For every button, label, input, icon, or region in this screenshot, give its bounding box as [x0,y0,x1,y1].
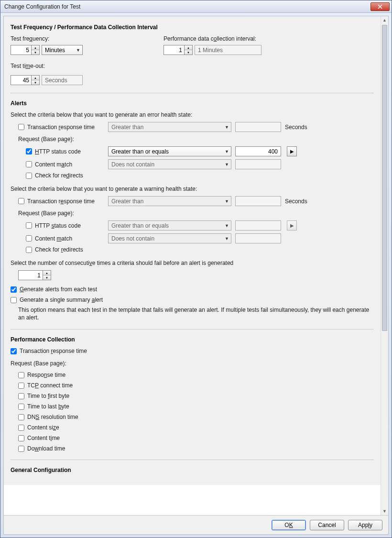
chevron-down-icon: ▼ [221,149,229,154]
section-test-frequency-title: Test Frequency / Performance Data Collec… [11,24,374,31]
test-frequency-spinner[interactable]: ▲▼ [11,45,40,55]
error-trans-resp-value [235,122,281,132]
perf-interval-label: Performance data collection interval: [163,35,374,42]
error-request-base-label: Request (Base page): [18,136,374,143]
perf-interval-display: 1 Minutes [195,45,261,55]
timeout-spinner[interactable]: ▲▼ [11,75,40,85]
warn-http-status-op-combo[interactable]: Greater than or equals▼ [108,220,231,231]
warn-http-status-check[interactable]: HTTP status code [26,222,104,229]
scroll-up-icon[interactable]: ▲ [381,16,388,24]
dialog-window: Change Configuration for Test Test Frequ… [0,0,392,538]
spin-down-icon[interactable]: ▼ [32,80,39,85]
consecutive-desc: Select the number of consecutive times a… [11,260,374,266]
titlebar[interactable]: Change Configuration for Test [0,0,392,13]
section-alerts-title: Alerts [11,100,374,107]
warn-trans-resp-op-combo[interactable]: Greater than▼ [108,196,231,206]
error-check-redirects-check[interactable]: Check for redirects [26,172,104,179]
warn-request-base-label: Request (Base page): [18,210,374,217]
warn-http-status-value [235,220,281,231]
timeout-block: Test time-out: ▲▼ Seconds [11,63,374,88]
seconds-label-2: Seconds [285,198,307,205]
perf-items-list: Response time TCP connect time Time to f… [18,372,374,452]
perf-content-size-check[interactable]: Content size [18,424,374,431]
scroll-down-icon[interactable]: ▼ [381,507,388,515]
window-title: Change Configuration for Test [4,3,370,10]
ok-button[interactable]: OK [272,520,306,530]
perf-download-time-check[interactable]: Download time [18,445,374,452]
perf-ttfb-check[interactable]: Time to first byte [18,393,374,399]
chevron-down-icon: ▼ [72,48,80,53]
error-content-match-op-combo[interactable]: Does not contain▼ [108,159,231,169]
chevron-down-icon: ▼ [221,223,229,228]
chevron-down-icon: ▼ [221,236,229,241]
error-http-status-check[interactable]: HTTP status code [26,148,104,155]
warn-content-match-value [235,233,281,243]
test-frequency-unit-combo[interactable]: Minutes ▼ [42,45,83,55]
content-pane: Test Frequency / Performance Data Collec… [4,16,381,485]
chevron-down-icon: ▼ [221,125,229,130]
warn-content-match-op-combo[interactable]: Does not contain▼ [108,233,231,243]
spin-up-icon[interactable]: ▲ [32,76,39,80]
warn-trans-resp-check[interactable]: Transaction response time [18,198,104,205]
test-frequency-unit-text: Minutes [45,47,65,54]
section-perf-title: Performance Collection [11,336,374,343]
error-content-match-check[interactable]: Content match [26,161,104,168]
perf-tcp-connect-check[interactable]: TCP connect time [18,382,374,389]
spin-down-icon[interactable]: ▼ [43,275,51,280]
gen-alerts-each-check[interactable]: Generate alerts from each test [11,286,374,293]
warn-http-status-play-button[interactable]: ▶ [287,220,297,231]
warn-content-match-check[interactable]: Content match [26,235,104,242]
warn-trans-resp-value [235,196,281,206]
error-trans-resp-check[interactable]: Transaction response time [18,124,104,131]
seconds-label: Seconds [285,124,307,131]
perf-interval-input[interactable] [163,45,185,55]
warn-check-redirects-check[interactable]: Check for redirects [26,246,104,253]
http-status-play-button[interactable]: ▶ [287,146,297,156]
spin-down-icon[interactable]: ▼ [185,50,192,55]
error-http-status-op-combo[interactable]: Greater than or equals▼ [108,146,231,156]
scroll-area: Test Frequency / Performance Data Collec… [4,16,388,515]
freq-row: Test frequency: ▲▼ Minutes ▼ [11,35,374,58]
timeout-label: Test time-out: [11,63,374,69]
test-frequency-input[interactable] [11,45,32,55]
perf-interval-spinner[interactable]: ▲▼ [163,45,193,55]
error-http-status-value[interactable] [235,146,281,156]
perf-response-time-check[interactable]: Response time [18,372,374,378]
scrollbar-thumb[interactable] [382,25,387,331]
dialog-body: Test Frequency / Performance Data Collec… [3,16,389,535]
spin-up-icon[interactable]: ▲ [43,271,51,275]
error-content-match-value [235,159,281,169]
perf-dns-check[interactable]: DNS resolution time [18,414,374,420]
close-button[interactable] [370,2,390,11]
section-general-title: General Configuration [11,467,374,473]
consecutive-spinner[interactable]: ▲▼ [18,270,374,280]
divider [11,460,374,460]
perf-request-base-label: Request (Base page): [11,360,374,367]
vertical-scrollbar[interactable]: ▲ ▼ [381,16,388,515]
error-criteria-desc: Select the criteria below that you want … [11,111,374,118]
alert-option-note: This option means that each test in the … [18,306,374,321]
divider [11,329,374,329]
test-frequency-label: Test frequency: [11,35,144,42]
perf-content-time-check[interactable]: Content time [18,435,374,441]
divider [11,93,374,93]
spin-up-icon[interactable]: ▲ [32,45,39,50]
perf-trans-resp-check[interactable]: Transaction response time [11,348,374,354]
error-trans-resp-op-combo[interactable]: Greater than▼ [108,122,231,132]
chevron-down-icon: ▼ [221,199,229,204]
spin-up-icon[interactable]: ▲ [185,45,192,50]
timeout-unit: Seconds [42,75,83,85]
chevron-down-icon: ▼ [221,162,229,167]
consecutive-input[interactable] [18,270,43,280]
cancel-button[interactable]: Cancel [310,520,344,530]
close-icon [378,4,382,9]
apply-button[interactable]: Apply [348,520,382,530]
warning-criteria-desc: Select the criteria below that you want … [11,186,374,192]
spin-down-icon[interactable]: ▼ [32,50,39,55]
gen-single-alert-check[interactable]: Generate a single summary alert [11,296,374,303]
perf-ttlb-check[interactable]: Time to last byte [18,403,374,410]
button-bar: OK Cancel Apply [4,515,388,534]
timeout-input[interactable] [11,75,32,85]
